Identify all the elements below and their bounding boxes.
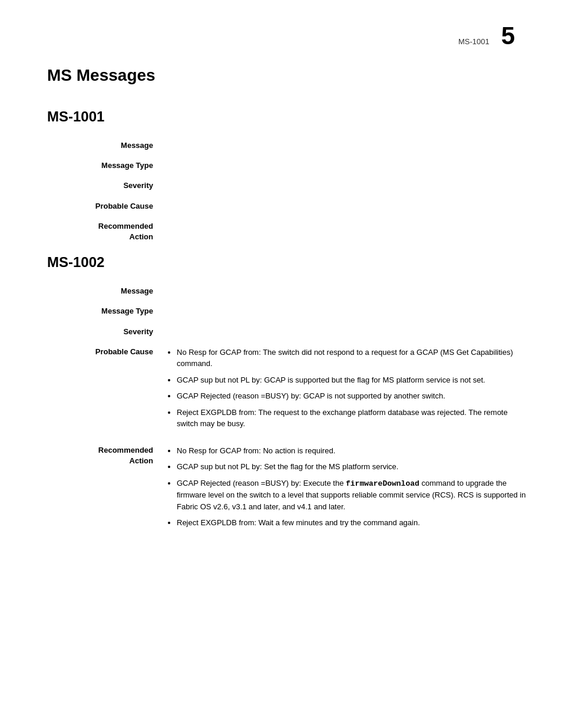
ms1001-recommendedaction-row: RecommendedAction [47,220,527,242]
page-container: MS-1001 5 MS Messages MS-1001 Message Me… [0,0,562,728]
probable-cause-list: No Resp for GCAP from: The switch did no… [177,347,527,430]
ms1002-messagetype-row: Message Type [47,305,527,317]
firmware-download-command: firmwareDownload [346,479,419,488]
page-header: MS-1001 5 [47,24,527,48]
ms1001-message-label: Message [47,139,165,151]
ms1002-messagetype-value [165,305,527,306]
probable-cause-item-2: GCAP sup but not PL by: GCAP is supporte… [177,374,527,386]
probable-cause-item-3: GCAP Rejected (reason =BUSY) by: GCAP is… [177,390,527,402]
ms1002-message-value [165,285,527,286]
ms1001-probablecause-label: Probable Cause [47,200,165,212]
section-title-ms-1001: MS-1001 [47,108,527,125]
ms1002-probablecause-row: Probable Cause No Resp for GCAP from: Th… [47,345,527,434]
header-code: MS-1001 [458,37,490,46]
ms1002-message-row: Message [47,285,527,297]
ms1002-probablecause-value: No Resp for GCAP from: The switch did no… [165,345,527,434]
main-title: MS Messages [47,66,527,85]
section-ms-1002: MS-1002 Message Message Type Severity Pr… [47,254,527,533]
ms1002-severity-row: Severity [47,325,527,337]
recommended-action-item-2: GCAP sup but not PL by: Set the flag for… [177,461,527,473]
recommended-action-item-4: Reject EXGPLDB from: Wait a few minutes … [177,517,527,529]
ms1001-probablecause-value [165,200,527,201]
section-title-ms-1002: MS-1002 [47,254,527,271]
ms1002-recommendedaction-row: RecommendedAction No Resp for GCAP from:… [47,444,527,533]
section-ms-1001: MS-1001 Message Message Type Severity Pr… [47,108,527,242]
ms1001-recommendedaction-value [165,220,527,221]
ms1001-probablecause-row: Probable Cause [47,200,527,212]
ms1002-probablecause-label: Probable Cause [47,345,165,357]
ms1001-messagetype-label: Message Type [47,159,165,171]
ms1002-recommendedaction-value: No Resp for GCAP from: No action is requ… [165,444,527,533]
recommended-action-item-1: No Resp for GCAP from: No action is requ… [177,445,527,457]
ms1001-message-row: Message [47,139,527,151]
probable-cause-item-4: Reject EXGPLDB from: The request to the … [177,407,527,430]
probable-cause-item-1: No Resp for GCAP from: The switch did no… [177,347,527,370]
ms1001-messagetype-row: Message Type [47,159,527,171]
ms1001-recommendedaction-label: RecommendedAction [47,220,165,242]
recommended-action-list: No Resp for GCAP from: No action is requ… [177,445,527,529]
ms1002-severity-value [165,325,527,327]
ms1001-severity-value [165,179,527,180]
ms1001-messagetype-value [165,159,527,160]
ms1002-message-label: Message [47,285,165,297]
ms1002-messagetype-label: Message Type [47,305,165,317]
recommended-action-item-3: GCAP Rejected (reason =BUSY) by: Execute… [177,477,527,513]
page-number: 5 [501,24,515,48]
ms1002-recommendedaction-label: RecommendedAction [47,444,165,466]
ms1001-severity-label: Severity [47,179,165,191]
ms1001-message-value [165,139,527,140]
ms1002-severity-label: Severity [47,325,165,337]
ms1001-severity-row: Severity [47,179,527,191]
